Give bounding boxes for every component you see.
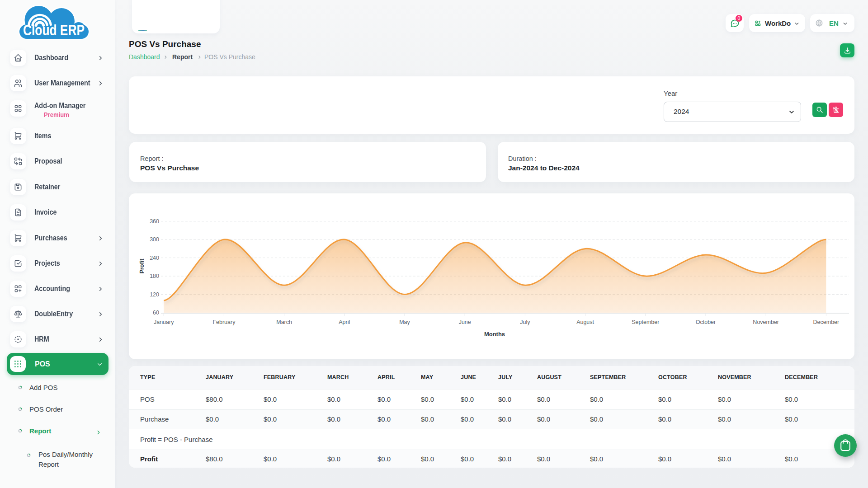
svg-text:August: August — [576, 319, 594, 325]
svg-text:180: 180 — [150, 273, 159, 279]
svg-text:November: November — [753, 319, 779, 325]
svg-text:February: February — [212, 319, 236, 325]
svg-text:September: September — [632, 319, 659, 325]
svg-text:June: June — [459, 319, 471, 325]
svg-text:April: April — [339, 319, 350, 325]
svg-text:300: 300 — [150, 236, 159, 243]
svg-text:May: May — [399, 319, 410, 325]
svg-text:Profit: Profit — [139, 258, 145, 273]
svg-text:240: 240 — [150, 255, 159, 261]
svg-text:360: 360 — [150, 218, 159, 225]
svg-text:December: December — [813, 319, 840, 325]
svg-text:March: March — [276, 319, 292, 325]
svg-text:July: July — [520, 319, 530, 325]
svg-text:120: 120 — [150, 291, 159, 298]
svg-text:Cloud ERP: Cloud ERP — [23, 22, 85, 38]
svg-text:January: January — [154, 319, 174, 325]
svg-text:October: October — [696, 319, 716, 325]
svg-text:Months: Months — [484, 331, 505, 338]
svg-text:60: 60 — [153, 310, 159, 316]
